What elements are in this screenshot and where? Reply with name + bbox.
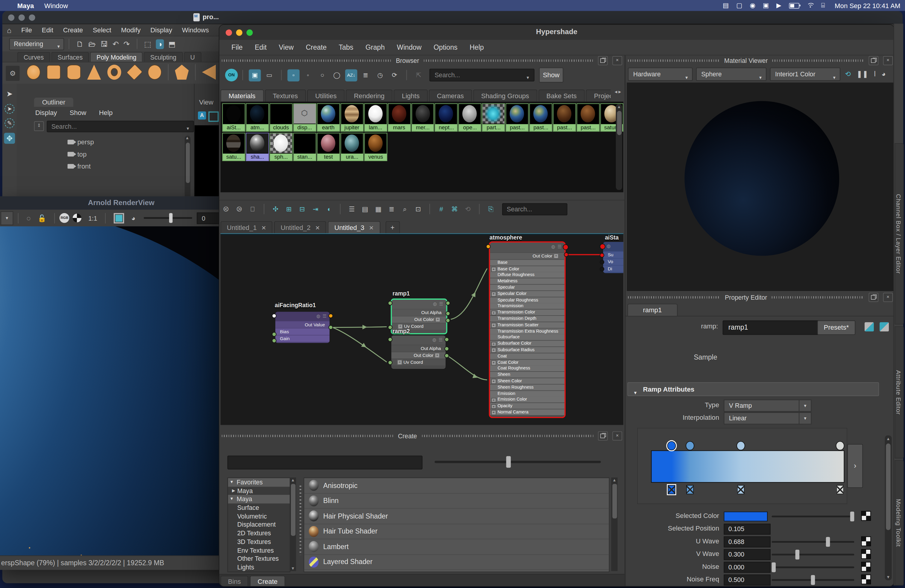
shelf-tab[interactable]: U [184, 52, 201, 62]
shelf-tab[interactable]: Surfaces [51, 52, 89, 62]
zoom-ratio-label[interactable]: 1:1 [88, 215, 97, 221]
tab-scroll-arrows[interactable]: ◂▸ [615, 89, 622, 95]
renderer-dropdown[interactable]: Hardware [628, 67, 692, 81]
outliner-tab[interactable]: Outliner [34, 98, 74, 107]
rgb-channel-icon[interactable]: RGB [60, 213, 70, 223]
lock-icon[interactable]: 🔓 [38, 214, 46, 222]
bypass-icon[interactable]: ◍ [433, 302, 437, 307]
drag-handle[interactable] [222, 434, 394, 437]
material-swatch[interactable]: stan... [293, 133, 316, 161]
graph-selected-icon[interactable]: ✣ [270, 203, 281, 215]
hypershade-menu-item[interactable]: Options [433, 43, 457, 51]
tree-item[interactable]: Displacement [228, 520, 290, 529]
float-panel-icon[interactable] [598, 56, 608, 65]
material-swatch[interactable]: lam... [364, 103, 387, 132]
ramp-stop-handle[interactable] [835, 441, 844, 450]
output-port[interactable] [328, 313, 333, 318]
hypershade-menu-item[interactable]: Edit [255, 43, 267, 51]
exposure-slider[interactable] [144, 217, 192, 219]
node-attribute-row[interactable]: Subsurface Radius [490, 347, 564, 353]
texture-map-button[interactable] [861, 511, 871, 521]
icon-size-xlarge-icon[interactable]: ◯ [331, 69, 343, 81]
browser-tab[interactable]: Bake Sets [538, 89, 585, 102]
out-color-port[interactable] [445, 353, 449, 358]
node-attribute-row[interactable]: Transmission Color [490, 310, 564, 315]
node-attribute-row[interactable]: Metalness [490, 278, 564, 284]
ramp-stop-handle[interactable] [667, 441, 676, 450]
selected-color-swatch[interactable] [724, 512, 768, 521]
list-scrollbar[interactable] [611, 478, 618, 571]
drag-handle[interactable] [222, 59, 391, 62]
create-list-item[interactable]: Hair Tube Shader [304, 524, 609, 539]
attribute-editor-icon[interactable]: A [198, 111, 206, 119]
noise-slider[interactable] [772, 566, 854, 568]
property-editor-scrollbar[interactable] [884, 435, 892, 580]
bottom-tab[interactable]: Create [250, 576, 285, 587]
tree-item[interactable]: Surface [228, 504, 290, 512]
node-graph-canvas[interactable]: aiFacingRatio1 ◍☰ Out Value Bias Gain r [221, 233, 623, 425]
menubar-clock[interactable]: Mon Sep 22 10:41 AM [835, 2, 900, 9]
slider-handle[interactable] [506, 456, 511, 468]
node-atmosphere[interactable]: ◍☰ Out Color+ BaseBase ColorDiffuse Roug… [489, 241, 565, 418]
node-standard-surface[interactable]: ◍ Su Vo Di [602, 241, 623, 273]
zoom-button[interactable] [29, 14, 35, 21]
slider-handle[interactable] [772, 562, 776, 572]
bias-port[interactable] [272, 332, 276, 337]
save-scene-icon[interactable]: 🖫 [100, 40, 108, 48]
ramp-stop-delete-box[interactable] [737, 485, 745, 494]
aperture-icon[interactable]: ◕ [132, 214, 136, 222]
quality-slider-icon[interactable]: ǀ [874, 70, 876, 78]
tab-attribute-editor[interactable]: Attribute Editor [894, 326, 904, 459]
u-wave-field[interactable]: 0.688 [724, 537, 770, 548]
create-list-item[interactable]: Lambert [304, 539, 609, 555]
poly-cylinder-icon[interactable] [67, 65, 81, 79]
browser-tab[interactable]: Utilities [307, 89, 345, 102]
select-object-icon[interactable]: ◑ [156, 39, 164, 49]
shelf-tab[interactable]: Sculpting [144, 52, 183, 62]
outliner-item[interactable]: top [34, 148, 181, 160]
node-attribute-row[interactable]: Sheen [490, 372, 564, 378]
selected-position-field[interactable]: 0.105 [724, 524, 770, 535]
pause-render-icon[interactable]: ❚❚ [856, 70, 868, 78]
node-attribute-row[interactable]: Coat Roughness [490, 366, 564, 371]
create-list-item[interactable]: Layered Shader [304, 555, 609, 570]
snapshot-icon[interactable]: ◌ [27, 214, 31, 222]
node-attribute-row[interactable]: Subsurface Color [490, 341, 564, 346]
node-attribute-row[interactable]: Transmission Extra Roughness [490, 329, 564, 334]
close-tab-icon[interactable]: ✕ [261, 224, 266, 230]
ramp-gradient-widget[interactable] [637, 428, 847, 504]
material-swatch[interactable]: disp... [293, 103, 316, 132]
material-swatch[interactable]: venus [364, 133, 387, 161]
open-scene-icon[interactable]: 🗁 [88, 40, 96, 48]
outliner-scrollbar[interactable] [185, 136, 191, 206]
node-row-surface[interactable]: Su [603, 252, 623, 258]
maya-menu-item[interactable]: File [21, 27, 32, 33]
ramp-stop-delete-box[interactable] [686, 485, 694, 494]
expand-icon[interactable]: + [397, 360, 402, 365]
node-row-out-color[interactable]: Out Color+ [391, 352, 446, 358]
interpolation-dropdown-arrow[interactable]: ▼ [799, 412, 811, 424]
swatch-stack-icon[interactable]: ☰ [438, 337, 443, 342]
arnold-titlebar[interactable]: Arnold RenderView [0, 196, 243, 210]
sync-icon[interactable]: ◉ [750, 0, 755, 11]
drag-handle[interactable] [628, 59, 719, 62]
node-row-out-color[interactable]: Out Color+ [490, 253, 564, 259]
browser-scrollbar[interactable] [616, 104, 622, 190]
close-tab-icon[interactable]: ✕ [369, 224, 374, 230]
slider-handle[interactable] [795, 550, 799, 559]
material-swatch[interactable]: past... [553, 103, 576, 132]
poly-torus-icon[interactable] [108, 65, 121, 79]
float-panel-icon[interactable] [869, 56, 879, 65]
out-alpha-port[interactable] [445, 346, 449, 351]
tree-scrollbar[interactable] [290, 478, 296, 571]
graph-tab[interactable]: Untitled_3✕ [328, 221, 380, 234]
outliner-item[interactable]: persp [34, 136, 181, 148]
tree-item[interactable]: 2D Textures [228, 529, 290, 537]
view-menu[interactable]: View [199, 99, 213, 106]
node-row-gain[interactable]: Gain [275, 335, 330, 342]
move-tool-icon[interactable]: ✥ [4, 133, 15, 144]
property-node-tab[interactable]: ramp1 [627, 304, 677, 316]
prev-graph-icon[interactable]: ⧀ [221, 203, 232, 215]
texture-map-button[interactable] [861, 549, 871, 559]
noise-freq-field[interactable]: 0.500 [724, 575, 770, 586]
